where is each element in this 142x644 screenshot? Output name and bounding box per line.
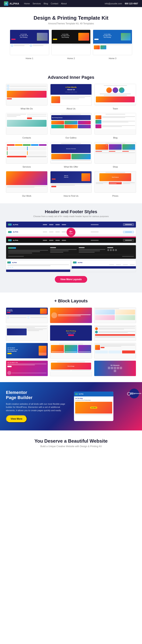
template-home2-preview: Let Us HelpYou With All OfYour Printing [51, 30, 91, 55]
logo[interactable]: A ALPHA [4, 2, 19, 6]
page-preview-whatoffer: Services Overview [50, 142, 92, 164]
view-more-button[interactable]: View More Layouts [55, 276, 87, 283]
nav-menu: Home Services Blog Contact About [24, 2, 67, 5]
page-preview-ourwork [6, 171, 47, 193]
page-label-gallery: Our Gallery [65, 136, 77, 139]
inner-pages-section: Advanced Inner Pages What [0, 68, 142, 203]
page-card-whatoffer[interactable]: Services Overview What We Offer [50, 142, 92, 168]
block-item-11[interactable]: Print & Design [50, 360, 92, 376]
hero-section: Design & Printing Template Kit AmooraThe… [0, 7, 142, 68]
page-preview-team [95, 84, 136, 106]
template-home1-label: Home 1 [26, 57, 33, 60]
nav-services[interactable]: Services [33, 2, 41, 5]
footer-cta-section: You Deserve a Beautiful Website Build a … [0, 430, 142, 456]
block-item-8[interactable] [50, 343, 92, 358]
elementor-section: ElementorPage Builder Build creative web… [0, 382, 142, 430]
block-item-3[interactable] [94, 308, 136, 323]
footer-variant-2: ALPHA [72, 260, 136, 272]
page-card-blog[interactable]: Blog [95, 113, 136, 139]
page-label-services: Services [23, 166, 31, 168]
page-preview-contacts [6, 113, 47, 134]
nav-contact[interactable]: Contact [51, 2, 58, 5]
page-label-whatoffer: What We Offer [64, 166, 78, 168]
badge-label: Styles [69, 233, 73, 234]
elementor-screen: ALPHA Let Us Help You With All Of Your P… [74, 392, 113, 421]
badge-count: 6+ [69, 230, 73, 233]
block-item-1[interactable]: Let Us HelpYou With All [6, 308, 48, 323]
template-home1[interactable]: Let Us HelpYou With All OfYour Printing [10, 30, 49, 60]
page-card-gallery[interactable]: Best Printing Services Our Gallery [50, 113, 92, 139]
nav-home[interactable]: Home [24, 2, 30, 5]
elementor-badge-label: Elements [135, 393, 141, 394]
elementor-text-block: ElementorPage Builder Build creative web… [6, 390, 68, 422]
nav-phone: 800 123 4567 [125, 2, 138, 5]
page-label-shop: Shop [113, 166, 118, 168]
el-screen-title: Let Us Help [75, 398, 112, 399]
hf-title: Header and Footer Styles [10, 209, 132, 214]
page-label-ourwork: Our Work [22, 195, 31, 197]
template-home2[interactable]: Let Us HelpYou With All OfYour Printing … [51, 30, 91, 60]
block-item-9[interactable] [94, 343, 136, 358]
hero-subtitle: AmooraThemes Template Kit, 49 Templates [4, 22, 138, 25]
block-item-7[interactable]: LET US HELPYOU WITH ALL OFYOUR PRINTING [6, 343, 48, 358]
page-card-services[interactable]: Services [6, 142, 47, 168]
nav-email: info@yousite.com [105, 2, 122, 5]
page-card-contacts[interactable]: Contacts [6, 113, 47, 139]
page-preview-about: A Few WordsAbout Us Lorem ipsum dolor si… [50, 84, 92, 106]
page-preview-services [6, 142, 47, 164]
footer-variants: ALPHA ALPHA [6, 260, 136, 272]
template-home3-label: Home 3 [109, 57, 116, 60]
page-label-findus: How to Find Us [63, 195, 78, 197]
header-footer-header: Header and Footer Styles Choose from a r… [6, 209, 136, 222]
elementor-preview: ALPHA Let Us Help You With All Of Your P… [74, 392, 136, 421]
block-layouts-section: + Block Layouts Let Us HelpYou With All [0, 292, 142, 382]
page-card-about[interactable]: A Few WordsAbout Us Lorem ipsum dolor si… [50, 84, 92, 110]
block-item-12[interactable]: 50+ Elements [94, 360, 136, 376]
top-navigation: A ALPHA Home Services Blog Contact About… [0, 0, 142, 7]
page-preview-findus: How toFind Us [50, 171, 92, 193]
page-label-blog: Blog [113, 136, 118, 139]
page-preview-gallery: Best Printing Services [50, 113, 92, 134]
logo-text: ALPHA [10, 2, 19, 5]
home-templates-grid: Let Us HelpYou With All OfYour Printing [4, 30, 138, 62]
block-item-6[interactable] [94, 325, 136, 341]
template-home3[interactable]: Let Us HelpYou With All OfYour Printing [93, 30, 132, 60]
block-item-10[interactable]: LET US HELP YOU [6, 360, 48, 376]
template-home2-label: Home 2 [67, 57, 75, 60]
elementor-view-more-button[interactable]: View More [6, 415, 27, 422]
block-layouts-title: + Block Layouts [10, 298, 132, 304]
nav-left: A ALPHA Home Services Blog Contact About [4, 2, 67, 6]
elementor-badge: ◯ 50+ Elements [129, 388, 139, 398]
header-style-1: ALPHA [6, 222, 136, 228]
footer-cta-subtitle: Build a Unique Creative Website with Des… [4, 445, 138, 448]
block-item-2[interactable] [50, 308, 92, 323]
block-layouts-header: + Block Layouts [6, 298, 136, 308]
block-layouts-grid: Let Us HelpYou With All [6, 308, 136, 376]
page-card-whatwedo[interactable]: What We Do [6, 84, 47, 110]
footer-variant-1: ALPHA [6, 260, 70, 272]
header-footer-section: Header and Footer Styles Choose from a r… [0, 203, 142, 292]
page-preview-blog [95, 113, 136, 134]
inner-pages-grid: What We Do A Few WordsAbout Us Lorem ips… [0, 84, 142, 203]
hero-title: Design & Printing Template Kit [4, 15, 138, 21]
about-preview-text: A Few WordsAbout Us [65, 86, 77, 91]
block-item-5[interactable]: Best Printing Services At @#! [50, 325, 92, 341]
page-label-team: Team [113, 108, 118, 110]
template-home3-preview: Let Us HelpYou With All OfYour Printing [93, 30, 132, 55]
page-card-prices[interactable]: Print Products P [95, 171, 136, 198]
page-card-team[interactable]: Team [95, 84, 136, 110]
nav-blog[interactable]: Blog [44, 2, 48, 5]
nav-right: info@yousite.com 800 123 4567 [105, 2, 138, 5]
elementor-badge-count: 50+ [130, 392, 135, 395]
logo-icon: A [4, 2, 8, 6]
template-home1-preview: Let Us HelpYou With All OfYour Printing [10, 30, 49, 55]
page-card-findus[interactable]: How toFind Us How to Find Us [50, 171, 92, 198]
page-label-prices: Prices [112, 195, 118, 197]
block-item-4[interactable] [6, 325, 48, 341]
page-card-shop[interactable]: NEW [95, 142, 136, 168]
footer-preview-1 [6, 245, 136, 259]
header-style-3: ALPHA [6, 236, 136, 243]
page-card-ourwork[interactable]: Our Work [6, 171, 47, 198]
nav-about[interactable]: About [61, 2, 67, 5]
page-preview-prices: Print Products [95, 171, 136, 193]
